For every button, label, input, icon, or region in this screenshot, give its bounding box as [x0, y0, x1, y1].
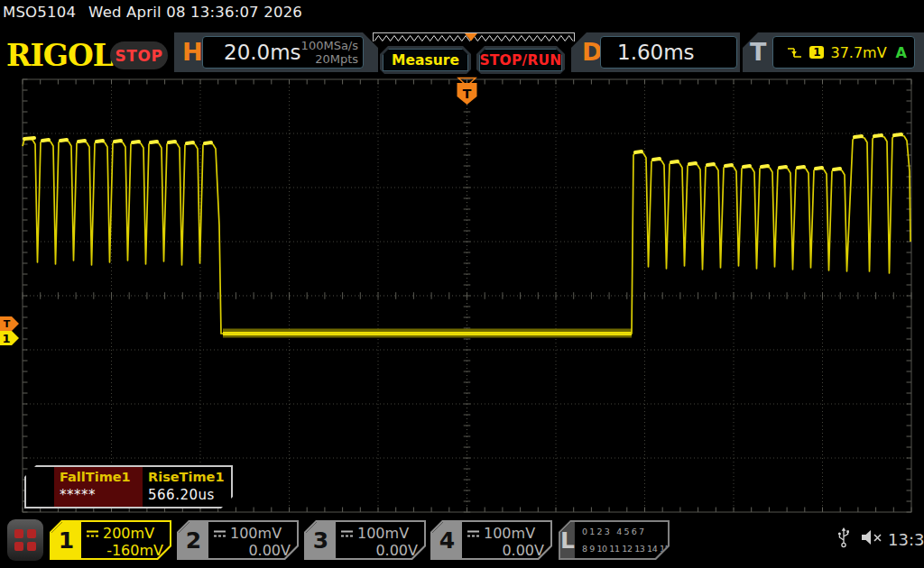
channel-4-number: 4: [432, 522, 462, 558]
channel-4-offset: 0.00V: [467, 542, 544, 559]
channel-1-number: 1: [51, 522, 81, 558]
speaker-muted-icon: [859, 528, 883, 546]
channel-1-box[interactable]: 1 200mV -160mV: [50, 520, 171, 560]
channel-1-scale: 200mV: [103, 525, 154, 542]
dc-coupling-icon: [340, 529, 354, 538]
channel-3-scale: 100mV: [357, 525, 409, 542]
logic-channels-box[interactable]: L 0 1 2 3 4 5 6 7 8 9 10 11 12 13 14 15: [559, 520, 670, 560]
dc-coupling-icon: [213, 529, 226, 538]
channel-3-number: 3: [306, 522, 336, 558]
usb-icon: [837, 527, 850, 548]
channel-3-box[interactable]: 3 100mV 0.00V: [304, 520, 426, 560]
logic-digits-row1: 0 1 2 3 4 5 6 7: [582, 527, 670, 536]
channel-4-box[interactable]: 4 100mV 0.00V: [430, 520, 552, 560]
menu-button[interactable]: [7, 519, 43, 561]
measurement-value: *****: [60, 487, 143, 503]
channel-1-offset: -160mV: [86, 542, 163, 559]
svg-text:T: T: [463, 87, 472, 101]
measurement-label: FallTime1: [60, 470, 143, 484]
svg-text:T: T: [4, 318, 11, 330]
svg-text:1: 1: [2, 332, 10, 345]
measurement-item-risetime[interactable]: RiseTime1 566.20us: [143, 467, 231, 507]
logic-digits-row2: 8 9 10 11 12 13 14 15: [582, 544, 670, 554]
channel-4-scale: 100mV: [484, 525, 535, 542]
dc-coupling-icon: [86, 529, 99, 538]
channel-2-number: 2: [179, 522, 208, 558]
dc-coupling-icon: [467, 529, 480, 538]
measurement-item-falltime[interactable]: FallTime1 *****: [54, 467, 143, 507]
channel-3-offset: 0.00V: [340, 542, 418, 559]
measurement-label: RiseTime1: [148, 470, 231, 484]
system-clock: 13:35: [888, 530, 924, 549]
measurement-results-panel[interactable]: FallTime1 ***** RiseTime1 566.20us: [24, 465, 233, 508]
channel-2-offset: 0.00V: [213, 542, 291, 559]
channel-2-box[interactable]: 2 100mV 0.00V: [177, 520, 299, 560]
measurement-value: 566.20us: [148, 487, 231, 503]
channel-2-scale: 100mV: [230, 525, 282, 542]
menu-grid-icon: [14, 529, 36, 551]
oscilloscope-screen: { "status_bar": {"model": "MSO5104", "da…: [0, 0, 924, 568]
measurement-panel-spacer: [26, 467, 54, 507]
